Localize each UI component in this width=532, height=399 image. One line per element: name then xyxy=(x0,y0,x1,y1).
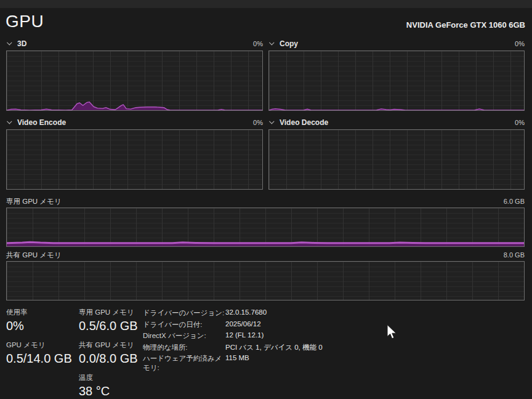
chart-dedicated-memory-canvas[interactable] xyxy=(6,208,525,247)
detail-label: ドライバーのバージョン: xyxy=(143,308,225,318)
chart-percent-value: 0% xyxy=(253,119,263,126)
chart-dedicated-gpu-memory: 専用 GPU メモリ 6.0 GB xyxy=(6,196,525,247)
chevron-down-icon[interactable] xyxy=(7,119,12,124)
stat-gpu-memory: GPU メモリ 0.5/14.0 GB xyxy=(6,341,72,366)
chart-shared-gpu-memory: 共有 GPU メモリ 8.0 GB xyxy=(6,250,525,300)
stat-utilization: 使用率 0% xyxy=(6,308,72,333)
stats-column-1: 使用率 0% GPU メモリ 0.5/14.0 GB xyxy=(6,308,72,373)
chart-video-encode: Video Encode 0% xyxy=(6,117,263,190)
detail-label: DirectX バージョン: xyxy=(143,331,225,341)
usage-graph xyxy=(7,262,524,300)
detail-value: PCI バス 1, デバイス 0, 機能 0 xyxy=(225,343,323,352)
chart-title: Video Decode xyxy=(280,118,328,127)
detail-value: 12 (FL 12.1) xyxy=(225,331,264,339)
chart-percent-value: 0% xyxy=(515,40,525,47)
chart-percent-value: 0% xyxy=(253,40,263,47)
page-title: GPU xyxy=(6,12,44,31)
detail-directx-version: DirectX バージョン: 12 (FL 12.1) xyxy=(143,331,323,343)
chart-title: Video Encode xyxy=(17,118,66,127)
chart-video-encode-canvas[interactable] xyxy=(6,129,263,190)
stat-label: 使用率 xyxy=(6,308,72,317)
driver-details: ドライバーのバージョン: 32.0.15.7680 ドライバーの日付: 2025… xyxy=(143,308,323,366)
chart-video-decode-canvas[interactable] xyxy=(268,129,525,190)
chart-title: 3D xyxy=(17,39,26,48)
stat-value: 0.5/6.0 GB xyxy=(79,319,138,333)
stat-value: 0.0/8.0 GB xyxy=(79,352,138,366)
usage-graph xyxy=(269,51,524,110)
chart-video-encode-header: Video Encode 0% xyxy=(6,117,263,128)
stats-column-2: 専用 GPU メモリ 0.5/6.0 GB 共有 GPU メモリ 0.0/8.0… xyxy=(79,308,138,399)
detail-physical-location: 物理的な場所: PCI バス 1, デバイス 0, 機能 0 xyxy=(143,343,323,355)
chart-title: Copy xyxy=(280,39,298,48)
detail-label: ハードウェア予約済みメモリ: xyxy=(143,354,225,373)
stat-temperature: 温度 38 °C xyxy=(79,373,138,398)
chart-3d: 3D 0% xyxy=(6,38,263,111)
chart-shared-memory-header: 共有 GPU メモリ 8.0 GB xyxy=(6,250,525,260)
usage-graph xyxy=(7,51,262,110)
detail-value: 115 MB xyxy=(225,354,249,361)
chart-video-decode: Video Decode 0% xyxy=(268,117,525,190)
stat-value: 0.5/14.0 GB xyxy=(6,352,72,366)
stat-shared-memory: 共有 GPU メモリ 0.0/8.0 GB xyxy=(79,341,138,366)
detail-value: 32.0.15.7680 xyxy=(225,308,267,316)
chart-copy-canvas[interactable] xyxy=(268,50,525,111)
detail-label: 物理的な場所: xyxy=(143,343,225,352)
stat-label: 共有 GPU メモリ xyxy=(79,341,138,350)
usage-graph xyxy=(7,130,262,189)
chart-copy-header: Copy 0% xyxy=(268,38,525,49)
chart-title: 専用 GPU メモリ xyxy=(6,197,62,206)
detail-value: 2025/06/12 xyxy=(225,320,261,328)
chart-video-decode-header: Video Decode 0% xyxy=(268,117,525,128)
chart-shared-memory-canvas[interactable] xyxy=(6,261,525,300)
chevron-down-icon[interactable] xyxy=(269,119,274,124)
stat-label: 温度 xyxy=(79,373,138,382)
gpu-device-name: NVIDIA GeForce GTX 1060 6GB xyxy=(406,20,525,30)
usage-graph xyxy=(7,208,524,246)
chart-capacity-value: 8.0 GB xyxy=(504,251,525,259)
stat-dedicated-memory: 専用 GPU メモリ 0.5/6.0 GB xyxy=(79,308,138,333)
chevron-down-icon[interactable] xyxy=(7,40,12,45)
stat-label: 専用 GPU メモリ xyxy=(79,308,138,317)
chart-title: 共有 GPU メモリ xyxy=(6,251,62,260)
usage-graph xyxy=(269,130,524,189)
chart-3d-header: 3D 0% xyxy=(6,38,263,49)
stat-value: 0% xyxy=(6,319,72,333)
chart-3d-canvas[interactable] xyxy=(6,50,263,111)
chart-percent-value: 0% xyxy=(515,119,525,126)
stat-value: 38 °C xyxy=(79,384,138,398)
chart-copy: Copy 0% xyxy=(268,38,525,111)
detail-label: ドライバーの日付: xyxy=(143,320,225,329)
stat-label: GPU メモリ xyxy=(6,341,72,350)
detail-driver-date: ドライバーの日付: 2025/06/12 xyxy=(143,320,323,332)
chart-capacity-value: 6.0 GB xyxy=(504,198,525,205)
window-top-strip xyxy=(0,0,532,8)
mouse-cursor xyxy=(387,324,397,340)
chevron-down-icon[interactable] xyxy=(269,40,274,45)
detail-driver-version: ドライバーのバージョン: 32.0.15.7680 xyxy=(143,308,323,320)
chart-dedicated-memory-header: 専用 GPU メモリ 6.0 GB xyxy=(6,196,525,206)
detail-hardware-reserved-memory: ハードウェア予約済みメモリ: 115 MB xyxy=(143,354,323,366)
